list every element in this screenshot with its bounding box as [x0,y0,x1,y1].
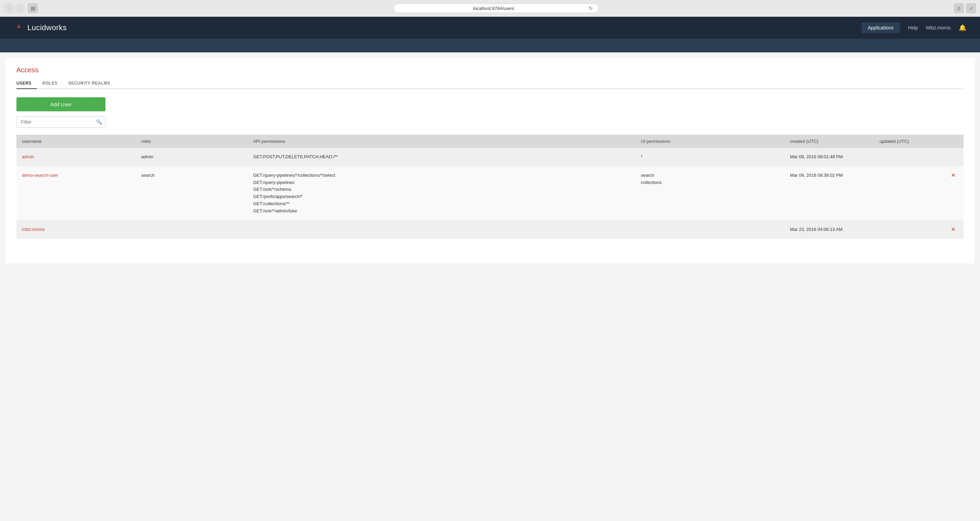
col-header-updated: updated (UTC) [874,135,964,148]
cell-ui-permissions: * [635,148,784,166]
cell-api-permissions: GET,POST,PUT,DELETE,PATCH,HEAD:/** [248,148,635,166]
app-header: Lucidworks Applications Help Mitzi.morri… [0,17,980,39]
table-body: adminadminGET,POST,PUT,DELETE,PATCH,HEAD… [16,148,964,239]
cell-api-permissions: GET:/query-pipelines/*/collections/*/sel… [248,166,635,220]
browser-nav-buttons: ‹ › [4,3,25,13]
tab-security-realms[interactable]: SECURITY REALMS [63,78,116,89]
url-text: localhost:8764/users [399,6,589,11]
table-row: mitzi.morrisMar 23, 2016 04:06:13 AM✕ [16,220,964,239]
cell-updated: ✕ [874,166,964,220]
users-table: username roles API permissions UI permis… [16,135,964,239]
sidebar-toggle-button[interactable]: ▤ [28,3,38,13]
url-bar[interactable]: localhost:8764/users ↻ [393,3,599,13]
applications-button[interactable]: Applications [862,22,900,33]
add-user-button[interactable]: Add User [16,97,105,112]
help-link[interactable]: Help [908,25,918,30]
cell-roles: admin [136,148,248,166]
sub-header [0,39,980,53]
cell-roles [136,220,248,239]
forward-button[interactable]: › [15,3,25,13]
col-header-api: API permissions [248,135,635,148]
table-header: username roles API permissions UI permis… [16,135,964,148]
col-header-roles: roles [136,135,248,148]
table-row: demo-search-usersearchGET:/query-pipelin… [16,166,964,220]
filter-container: 🔍 [16,116,105,128]
tab-roles[interactable]: ROLES [37,78,63,89]
user-link[interactable]: demo-search-user [22,173,58,178]
cell-username: mitzi.morris [16,220,136,239]
logo-text: Lucidworks [27,23,67,32]
user-link[interactable]: admin [22,154,34,159]
main-content: Access USERS ROLES SECURITY REALMS Add U… [5,58,975,263]
tab-users[interactable]: USERS [16,78,37,89]
cell-created: Mar 09, 2016 08:38:02 PM [784,166,874,220]
filter-input[interactable] [16,116,105,128]
share-button[interactable]: ⎙ [954,3,964,13]
back-button[interactable]: ‹ [4,3,14,13]
browser-actions: ⎙ ⤢ [954,3,976,13]
resize-button[interactable]: ⤢ [966,3,976,13]
table-row: adminadminGET,POST,PUT,DELETE,PATCH,HEAD… [16,148,964,166]
page-title: Access [16,66,964,74]
col-header-username: username [16,135,136,148]
search-icon: 🔍 [96,119,102,125]
col-header-created: created (UTC) [784,135,874,148]
cell-created: Mar 23, 2016 04:06:13 AM [784,220,874,239]
cell-created: Mar 09, 2016 08:01:48 PM [784,148,874,166]
tabs: USERS ROLES SECURITY REALMS [16,78,964,89]
cell-api-permissions [248,220,635,239]
col-header-ui: UI permissions [635,135,784,148]
browser-chrome: ‹ › ▤ localhost:8764/users ↻ ⎙ ⤢ [0,0,980,17]
cell-updated: ✕ [874,220,964,239]
user-menu[interactable]: Mitzi.morris [926,25,951,30]
cell-ui-permissions [635,220,784,239]
cell-ui-permissions: searchcollections [635,166,784,220]
svg-marker-0 [15,24,21,31]
logo-area: Lucidworks [14,22,67,33]
cell-username: admin [16,148,136,166]
bell-icon[interactable]: 🔔 [959,24,966,32]
cell-username: demo-search-user [16,166,136,220]
cell-roles: search [136,166,248,220]
delete-user-button[interactable]: ✕ [948,172,958,178]
header-nav: Applications Help Mitzi.morris 🔔 [862,22,966,33]
logo-icon [14,22,24,33]
user-link[interactable]: mitzi.morris [22,227,45,232]
reload-button[interactable]: ↻ [589,5,593,11]
cell-updated [874,148,964,166]
delete-user-button[interactable]: ✕ [948,226,958,233]
